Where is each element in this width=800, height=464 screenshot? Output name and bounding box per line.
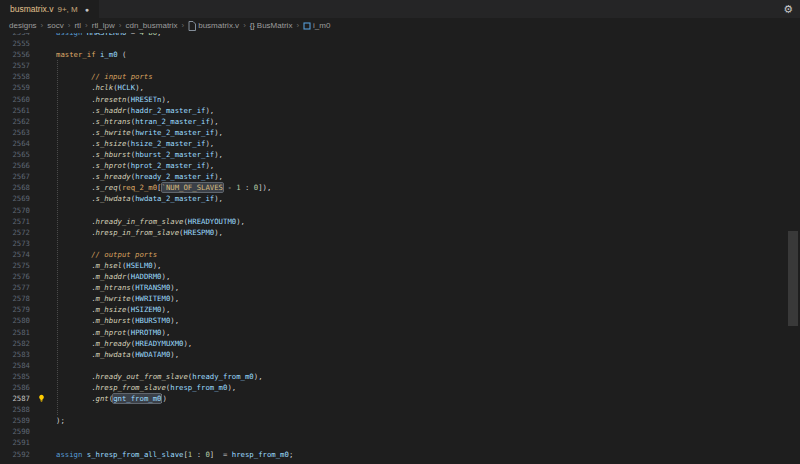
glyph-margin[interactable]: [30, 315, 56, 326]
glyph-margin[interactable]: [30, 304, 56, 315]
code-line-2579[interactable]: 2579 .m_hsize(HSIZEM0),: [0, 304, 786, 315]
code-line-2589[interactable]: 2589);: [0, 415, 786, 426]
line-number[interactable]: 2569: [0, 193, 30, 204]
code-line-2561[interactable]: 2561 .s_haddr(haddr_2_master_if),: [0, 105, 786, 116]
glyph-margin[interactable]: [30, 360, 56, 371]
line-number[interactable]: 2581: [0, 327, 30, 338]
glyph-margin[interactable]: [30, 282, 56, 293]
line-number[interactable]: 2571: [0, 216, 30, 227]
code-line-2585[interactable]: 2585 .hready_out_from_slave(hready_from_…: [0, 371, 786, 382]
glyph-margin[interactable]: [30, 138, 56, 149]
glyph-margin[interactable]: [30, 82, 56, 93]
editor[interactable]: 2554assign HMASTERM0 = 4'b0;25552556mast…: [0, 33, 786, 464]
glyph-margin[interactable]: [30, 415, 56, 426]
code-line-2584[interactable]: 2584: [0, 360, 786, 371]
tab-busmatrix[interactable]: busmatrix.v 9+, M ●: [0, 0, 99, 18]
code-line-2566[interactable]: 2566 .s_hprot(hprot_2_master_if),: [0, 160, 786, 171]
breadcrumb-item-rtl_lpw[interactable]: rtl_lpw: [92, 21, 115, 30]
code-line-2592[interactable]: 2592assign s_hresp_from_all_slave[1 : 0]…: [0, 449, 786, 460]
line-number[interactable]: 2570: [0, 205, 30, 216]
line-number[interactable]: 2583: [0, 349, 30, 360]
glyph-margin[interactable]: [30, 116, 56, 127]
scrollbar-thumb[interactable]: [788, 231, 798, 326]
line-number[interactable]: 2556: [0, 49, 30, 60]
breadcrumb-item-cdn_busmatrix[interactable]: cdn_busmatrix: [126, 21, 178, 30]
code-line-2557[interactable]: 2557: [0, 60, 786, 71]
glyph-margin[interactable]: [30, 71, 56, 82]
line-number[interactable]: 2572: [0, 227, 30, 238]
line-number[interactable]: 2573: [0, 238, 30, 249]
code-line-2574[interactable]: 2574 // output ports: [0, 249, 786, 260]
code-line-2587[interactable]: 2587 .gnt(gnt_from_m0): [0, 393, 786, 404]
line-number[interactable]: 2560: [0, 94, 30, 105]
glyph-margin[interactable]: [30, 127, 56, 138]
gear-icon[interactable]: ⚙: [783, 0, 800, 18]
glyph-margin[interactable]: [30, 205, 56, 216]
line-number[interactable]: 2557: [0, 60, 30, 71]
code-line-2569[interactable]: 2569 .s_hwdata(hwdata_2_master_if),: [0, 193, 786, 204]
glyph-margin[interactable]: [30, 105, 56, 116]
line-number[interactable]: 2568: [0, 182, 30, 193]
line-number[interactable]: 2577: [0, 282, 30, 293]
glyph-margin[interactable]: [30, 327, 56, 338]
glyph-margin[interactable]: [30, 94, 56, 105]
code-line-2572[interactable]: 2572 .hresp_in_from_slave(HRESPM0),: [0, 227, 786, 238]
glyph-margin[interactable]: [30, 171, 56, 182]
glyph-margin[interactable]: [30, 338, 56, 349]
modified-dot-icon[interactable]: ●: [85, 6, 89, 13]
breadcrumb-item-rtl[interactable]: rtl: [74, 21, 81, 30]
code-line-2565[interactable]: 2565 .s_hburst(hburst_2_master_if),: [0, 149, 786, 160]
code-line-2586[interactable]: 2586 .hresp_from_slave(hresp_from_m0),: [0, 382, 786, 393]
glyph-margin[interactable]: [30, 216, 56, 227]
glyph-margin[interactable]: [30, 149, 56, 160]
code-line-2578[interactable]: 2578 .m_hwrite(HWRITEM0),: [0, 293, 786, 304]
glyph-margin[interactable]: [30, 293, 56, 304]
line-number[interactable]: 2578: [0, 293, 30, 304]
glyph-margin[interactable]: [30, 238, 56, 249]
line-number[interactable]: 2576: [0, 271, 30, 282]
breadcrumb-item-designs[interactable]: designs: [9, 21, 37, 30]
code-line-2568[interactable]: 2568 .s_req(req_2_m0[`NUM_OF_SLAVES - 1 …: [0, 182, 786, 193]
line-number[interactable]: 2564: [0, 138, 30, 149]
line-number[interactable]: 2566: [0, 160, 30, 171]
glyph-margin[interactable]: [30, 382, 56, 393]
line-number[interactable]: 2582: [0, 338, 30, 349]
line-number[interactable]: 2567: [0, 171, 30, 182]
glyph-margin[interactable]: [30, 160, 56, 171]
breadcrumb-item-i_m0[interactable]: i_m0: [303, 21, 330, 30]
line-number[interactable]: 2579: [0, 304, 30, 315]
code-line-2560[interactable]: 2560 .hresetn(HRESETn),: [0, 94, 786, 105]
line-number[interactable]: 2558: [0, 71, 30, 82]
glyph-margin[interactable]: [30, 249, 56, 260]
code-line-2567[interactable]: 2567 .s_hready(hready_2_master_if),: [0, 171, 786, 182]
line-number[interactable]: 2559: [0, 82, 30, 93]
glyph-margin[interactable]: [30, 371, 56, 382]
code-line-2570[interactable]: 2570: [0, 205, 786, 216]
line-number[interactable]: 2565: [0, 149, 30, 160]
code-line-2575[interactable]: 2575 .m_hsel(HSELM0),: [0, 260, 786, 271]
code-line-2591[interactable]: 2591: [0, 437, 786, 448]
glyph-margin[interactable]: [30, 193, 56, 204]
code-line-2576[interactable]: 2576 .m_haddr(HADDRM0),: [0, 271, 786, 282]
scrollbar[interactable]: [786, 33, 800, 464]
line-number[interactable]: 2586: [0, 382, 30, 393]
line-number[interactable]: 2580: [0, 315, 30, 326]
glyph-margin[interactable]: [30, 437, 56, 448]
code-line-2555[interactable]: 2555: [0, 38, 786, 49]
line-number[interactable]: 2562: [0, 116, 30, 127]
code-line-2559[interactable]: 2559 .hclk(HCLK),: [0, 82, 786, 93]
glyph-margin[interactable]: [30, 393, 56, 404]
breadcrumb-item-socv[interactable]: socv: [47, 21, 63, 30]
code-line-2562[interactable]: 2562 .s_htrans(htran_2_master_if),: [0, 116, 786, 127]
line-number[interactable]: 2587: [0, 393, 30, 404]
line-number[interactable]: 2592: [0, 449, 30, 460]
glyph-margin[interactable]: [30, 404, 56, 415]
code-line-2577[interactable]: 2577 .m_htrans(HTRANSM0),: [0, 282, 786, 293]
glyph-margin[interactable]: [30, 38, 56, 49]
glyph-margin[interactable]: [30, 49, 56, 60]
line-number[interactable]: 2563: [0, 127, 30, 138]
breadcrumb-item-busmatrix.v[interactable]: busmatrix.v: [188, 21, 239, 31]
line-number[interactable]: 2589: [0, 415, 30, 426]
glyph-margin[interactable]: [30, 182, 56, 193]
breadcrumb-item-BusMatrix[interactable]: {}BusMatrix: [250, 21, 293, 30]
